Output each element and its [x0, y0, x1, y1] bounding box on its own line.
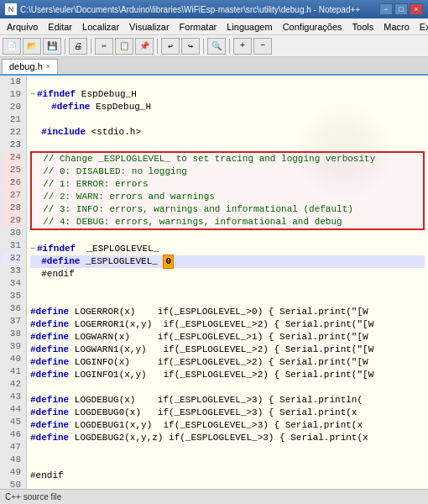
code-token: #include — [30, 126, 86, 139]
code-token: _ESPLOGLEVEL_ — [80, 255, 163, 268]
code-line-32: #define _ESPLOGLEVEL_ 0 — [30, 255, 425, 268]
code-content[interactable]: − #ifndef EspDebug_H #define EspDebug_H … — [27, 76, 428, 489]
code-line-47 — [30, 444, 425, 457]
code-token: #endif — [30, 268, 75, 281]
code-line-22: #include <stdio.h> — [30, 126, 425, 139]
zoom-in-button[interactable]: + — [233, 38, 252, 55]
code-token: #define — [30, 407, 69, 419]
undo-button[interactable]: ↩ — [161, 38, 180, 55]
value-highlight: 0 — [163, 255, 174, 269]
open-button[interactable]: 📂 — [23, 38, 41, 55]
save-button[interactable]: 💾 — [43, 38, 61, 55]
find-button[interactable]: 🔍 — [207, 38, 226, 55]
code-token: EspDebug_H — [90, 101, 151, 113]
menu-configuracoes[interactable]: Configurações — [278, 20, 347, 34]
toolbar-separator-4 — [203, 39, 204, 54]
code-token: #define — [40, 101, 90, 113]
code-line-43: #define LOGDEBUG(x) if(_ESPLOGLEVEL_>3) … — [30, 394, 425, 407]
menu-arquivo[interactable]: Arquivo — [2, 20, 43, 34]
code-token: // 2: WARN: errors and warnings — [32, 191, 215, 203]
code-line-48 — [30, 457, 425, 470]
code-line-24: // Change _ESPLOGLEVEL_ to set tracing a… — [32, 153, 423, 165]
code-token: #define — [30, 331, 69, 344]
code-line-45: #define LOGDEBUG1(x,y) if(_ESPLOGLEVEL_>… — [30, 419, 425, 432]
menu-editar[interactable]: Editar — [43, 20, 77, 34]
code-token: #define — [30, 369, 69, 381]
menu-linguagem[interactable]: Linguagem — [222, 20, 277, 34]
menu-bar: Arquivo Editar Localizar Visualizar Form… — [0, 18, 428, 35]
code-token: LOGINFO(x) if(_ESPLOGLEVEL_>2) { Serial.… — [69, 356, 368, 369]
title-text: C:\Users\euler\Documents\Arduino\librari… — [20, 5, 360, 14]
code-token: LOGWARN1(x,y) if(_ESPLOGLEVEL_>2) { Seri… — [69, 344, 373, 356]
code-token: LOGDEBUG0(x) if(_ESPLOGLEVEL_>3) { Seria… — [69, 407, 357, 419]
code-token: LOGERROR1(x,y) if(_ESPLOGLEVEL_>2) { Ser… — [69, 318, 373, 331]
code-token: // 4: DEBUG: errors, warnings, informati… — [32, 216, 342, 228]
code-line-37: #define LOGERROR1(x,y) if(_ESPLOGLEVEL_>… — [30, 318, 425, 331]
toolbar: 📄 📂 💾 🖨 ✂ 📋 📌 ↩ ↪ 🔍 + − — [0, 35, 428, 57]
collapse-icon-19[interactable]: − — [30, 88, 35, 101]
code-token: LOGDEBUG2(x,y,z) if(_ESPLOGLEVEL_>3) { S… — [69, 432, 368, 444]
code-line-23 — [30, 139, 425, 151]
code-token: LOGDEBUG(x) if(_ESPLOGLEVEL_>3) { Serial… — [69, 394, 363, 407]
code-line-29: // 4: DEBUG: errors, warnings, informati… — [32, 216, 423, 228]
code-line-18 — [30, 76, 425, 88]
toolbar-separator-3 — [157, 39, 158, 54]
zoom-out-button[interactable]: − — [253, 38, 272, 55]
code-line-30 — [30, 230, 425, 243]
code-token: LOGINFO1(x,y) if(_ESPLOGLEVEL_>2) { Seri… — [69, 369, 373, 381]
code-token: #ifndef — [37, 88, 76, 101]
menu-visualizar[interactable]: Visualizar — [124, 20, 175, 34]
code-token: LOGDEBUG1(x,y) if(_ESPLOGLEVEL_>3) { Ser… — [69, 419, 363, 432]
tab-debug-h[interactable]: debug.h × — [2, 59, 58, 74]
paste-button[interactable]: 📌 — [135, 38, 154, 55]
code-line-39: #define LOGWARN1(x,y) if(_ESPLOGLEVEL_>2… — [30, 344, 425, 356]
code-token: EspDebug_H — [76, 88, 137, 101]
close-button[interactable]: × — [410, 3, 423, 15]
status-text: C++ source file — [5, 492, 61, 501]
code-token: #define — [30, 394, 69, 407]
line-numbers: 18 19 20 21 22 23 24 25 26 27 28 29 30 3… — [0, 76, 27, 489]
menu-formatar[interactable]: Formatar — [175, 20, 222, 34]
print-button[interactable]: 🖨 — [69, 38, 87, 55]
menu-macro[interactable]: Macro — [378, 20, 415, 34]
title-bar-left: N C:\Users\euler\Documents\Arduino\libra… — [5, 3, 360, 15]
code-line-41: #define LOGINFO1(x,y) if(_ESPLOGLEVEL_>2… — [30, 369, 425, 381]
minimize-button[interactable]: − — [379, 3, 393, 15]
code-token: // 3: INFO: errors, warnings and informa… — [32, 203, 353, 216]
code-line-36: #define LOGERROR(x) if(_ESPLOGLEVEL_>0) … — [30, 306, 425, 318]
redo-button[interactable]: ↪ — [181, 38, 200, 55]
code-line-38: #define LOGWARN(x) if(_ESPLOGLEVEL_>1) {… — [30, 331, 425, 344]
code-token: #define — [30, 356, 69, 369]
code-token: // 0: DISABLED: no logging — [32, 165, 187, 178]
collapse-icon-31[interactable]: − — [30, 243, 35, 255]
maximize-button[interactable]: □ — [394, 3, 408, 15]
code-line-25: // 0: DISABLED: no logging — [32, 165, 423, 178]
code-line-27: // 2: WARN: errors and warnings — [32, 191, 423, 203]
app-icon: N — [5, 3, 17, 15]
menu-executar[interactable]: Executar — [415, 20, 428, 34]
tab-close-icon[interactable]: × — [46, 62, 50, 71]
code-line-26: // 1: ERROR: errors — [32, 178, 423, 191]
code-token: <stdio.h> — [86, 126, 141, 139]
new-button[interactable]: 📄 — [3, 38, 21, 55]
toolbar-separator-2 — [91, 39, 91, 54]
cut-button[interactable]: ✂ — [95, 38, 113, 55]
menu-localizar[interactable]: Localizar — [77, 20, 124, 34]
title-bar: N C:\Users\euler\Documents\Arduino\libra… — [0, 0, 428, 18]
code-token: #ifndef — [37, 243, 76, 255]
code-token: #define — [30, 432, 69, 444]
tab-label: debug.h — [9, 61, 43, 71]
code-line-28: // 3: INFO: errors, warnings and informa… — [32, 203, 423, 216]
menu-tools[interactable]: Tools — [347, 20, 379, 34]
toolbar-separator-5 — [229, 39, 230, 54]
copy-button[interactable]: 📋 — [115, 38, 133, 55]
highlight-region: // Change _ESPLOGLEVEL_ to set tracing a… — [30, 151, 425, 230]
code-token: LOGWARN(x) if(_ESPLOGLEVEL_>1) { Serial.… — [69, 331, 368, 344]
code-token: #define — [30, 318, 69, 331]
code-line-50 — [30, 482, 425, 489]
code-token: #define — [30, 306, 69, 318]
editor-area: 18 19 20 21 22 23 24 25 26 27 28 29 30 3… — [0, 76, 428, 489]
toolbar-separator-1 — [65, 39, 65, 54]
window-controls[interactable]: − □ × — [379, 3, 423, 15]
code-line-20: #define EspDebug_H — [30, 101, 425, 113]
